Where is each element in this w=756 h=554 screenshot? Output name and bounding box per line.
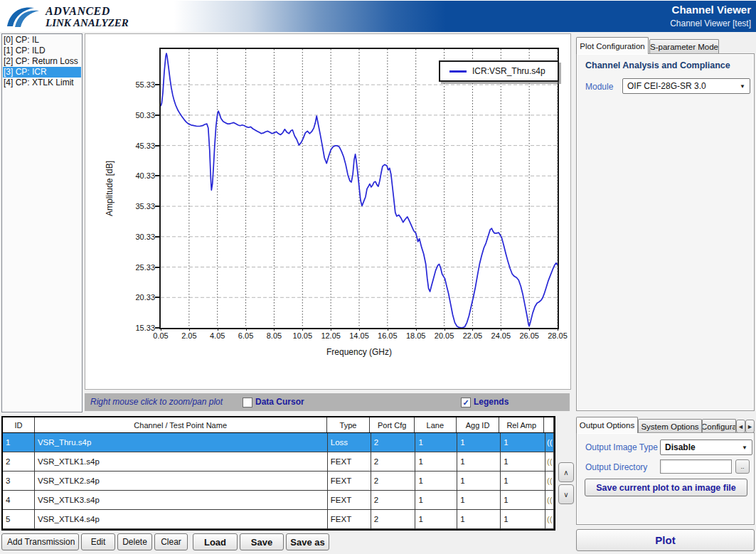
legend-label: ICR:VSR_Thru.s4p <box>472 66 545 76</box>
delete-button[interactable]: Delete <box>117 533 152 550</box>
cell-id: 5 <box>3 510 35 528</box>
plot-button[interactable]: Plot <box>576 529 755 551</box>
zoom-pan-hint: Right mouse click to zoom/pan plot <box>90 397 223 407</box>
table-row-2[interactable]: 2VSR_XTLK1.s4pFEXT2111(( <box>3 452 554 472</box>
cell-extra: (( <box>545 472 554 490</box>
tab-plot-configuration[interactable]: Plot Configuration <box>576 37 649 54</box>
cell-name: VSR_Thru.s4p <box>35 433 328 452</box>
legend-line-sample <box>449 70 467 73</box>
x-axis-label: Frequency (GHz) <box>161 347 558 357</box>
y-tick-label: 55.33 <box>118 80 155 89</box>
cell-port_cfg: 2 <box>371 510 416 528</box>
data-cursor-label: Data Cursor <box>255 397 304 407</box>
cell-rel_amp: 1 <box>501 452 545 471</box>
cell-extra: (( <box>545 510 554 528</box>
plot-status-strip: Right mouse click to zoom/pan plot Data … <box>85 393 570 411</box>
y-tick-mark <box>155 175 160 176</box>
sidebar-item-0[interactable]: [0] CP: IL <box>3 35 81 46</box>
tab-output-options[interactable]: Output Options <box>576 417 638 433</box>
tab-system-options[interactable]: System Options <box>638 419 702 433</box>
sidebar-item-3[interactable]: [3] CP: ICR <box>3 67 81 78</box>
cell-id: 1 <box>3 433 35 452</box>
save-as-button[interactable]: Save as <box>286 533 329 550</box>
cell-name: VSR_XTLK1.s4p <box>35 452 328 471</box>
x-tick-mark <box>274 328 275 331</box>
data-cursor-checkbox[interactable] <box>243 398 252 407</box>
cell-name: VSR_XTLK3.s4p <box>35 491 328 509</box>
x-tick-mark <box>444 328 445 331</box>
cell-extra: (( <box>545 452 554 471</box>
column-header-Agg ID: Agg ID <box>457 417 500 432</box>
plot-panel: Amplitude [dB] Frequency (GHz) ICR:VSR_T… <box>85 33 571 390</box>
output-directory-input[interactable] <box>660 459 732 474</box>
cell-rel_amp: 1 <box>501 472 545 490</box>
table-row-4[interactable]: 4VSR_XTLK3.s4pFEXT2111(( <box>3 491 554 510</box>
cell-lane: 1 <box>415 452 457 471</box>
legend: ICR:VSR_Thru.s4p <box>439 60 559 82</box>
y-tick-mark <box>155 145 160 147</box>
cell-name: VSR_XTLK2.s4p <box>35 472 328 490</box>
sidebar-item-1[interactable]: [1] CP: ILD <box>3 46 81 56</box>
y-tick-mark <box>155 84 160 85</box>
logo-line1: ADVANCED <box>46 6 129 18</box>
cell-agg_id: 1 <box>457 433 501 452</box>
y-tick-label: 40.33 <box>118 171 155 180</box>
load-button[interactable]: Load <box>193 533 238 550</box>
cell-lane: 1 <box>415 510 457 528</box>
channel-table-header: IDChannel / Test Point NameTypePort CfgL… <box>3 417 554 433</box>
cell-agg_id: 1 <box>457 491 501 509</box>
output-image-type-select[interactable]: Disable ▼ <box>660 440 752 455</box>
tab-configuration[interactable]: Configura <box>702 419 736 433</box>
column-header-Channel / Test Point Name: Channel / Test Point Name <box>35 417 327 432</box>
cell-port_cfg: 2 <box>371 433 416 452</box>
y-tick-mark <box>155 114 160 116</box>
table-row-5[interactable]: 5VSR_XTLK4.s4pFEXT2111(( <box>3 510 554 529</box>
clear-button[interactable]: Clear <box>154 533 188 550</box>
module-label: Module <box>585 82 613 92</box>
x-tick-mark <box>246 328 247 331</box>
x-tick-label: 28.05 <box>540 331 575 340</box>
cell-agg_id: 1 <box>457 472 501 490</box>
module-select[interactable]: OIF CEI-28G-SR 3.0 ▼ <box>622 78 750 94</box>
cell-name: VSR_XTLK4.s4p <box>35 510 328 528</box>
tab-scroll-left-icon[interactable]: ◄ <box>736 420 745 433</box>
edit-button[interactable]: Edit <box>81 533 115 550</box>
sidebar-item-2[interactable]: [2] CP: Return Loss <box>3 56 81 67</box>
x-tick-mark <box>416 328 417 331</box>
cell-rel_amp: 1 <box>501 433 545 452</box>
move-row-down-button[interactable]: ∨ <box>558 484 574 504</box>
cell-lane: 1 <box>415 491 457 509</box>
column-header-Type: Type <box>327 417 371 432</box>
chevron-down-icon: ▼ <box>742 444 747 451</box>
cell-type: FEXT <box>328 491 371 509</box>
app-logo: ADVANCED LINK ANALYZER <box>6 3 129 32</box>
x-tick-mark <box>359 328 360 331</box>
cell-type: FEXT <box>328 452 371 471</box>
legends-checkbox[interactable]: ✓ <box>461 398 471 407</box>
sidebar-item-4[interactable]: [4] CP: XTLK Limit <box>3 78 81 88</box>
y-tick-mark <box>155 267 160 268</box>
table-row-1[interactable]: 1VSR_Thru.s4pLoss2111(( <box>3 433 554 452</box>
y-tick-label: 35.33 <box>118 202 155 211</box>
table-row-3[interactable]: 3VSR_XTLK2.s4pFEXT2111(( <box>3 472 554 491</box>
cell-port_cfg: 2 <box>371 491 416 509</box>
icr-curve <box>161 53 558 328</box>
tab-s-parameter-mode[interactable]: S-parameter Mode <box>649 39 719 54</box>
header-banner: ADVANCED LINK ANALYZER Channel Viewer Ch… <box>0 0 756 32</box>
save-button[interactable]: Save <box>240 533 284 550</box>
y-tick-mark <box>155 236 160 238</box>
tab-scroll-right-icon[interactable]: ► <box>745 420 755 433</box>
output-options-panel: Output Image Type Disable ▼ Output Direc… <box>576 432 755 525</box>
browse-button[interactable]: .. <box>735 459 750 474</box>
plot-canvas[interactable] <box>159 48 559 329</box>
cell-type: Loss <box>328 433 371 452</box>
legends-label: Legends <box>474 397 509 407</box>
save-plot-image-button[interactable]: Save current plot to an image file <box>585 479 747 496</box>
column-header-Rel Amp: Rel Amp <box>499 417 544 432</box>
add-transmission-dropdown[interactable]: Add Transmission ▼ <box>1 533 79 550</box>
move-row-up-button[interactable]: ∧ <box>558 462 574 482</box>
x-tick-mark <box>331 328 331 331</box>
test-point-list: [0] CP: IL[1] CP: ILD[2] CP: Return Loss… <box>1 33 82 412</box>
column-header-Port Cfg: Port Cfg <box>370 417 415 432</box>
wave-logo-icon <box>6 3 41 32</box>
